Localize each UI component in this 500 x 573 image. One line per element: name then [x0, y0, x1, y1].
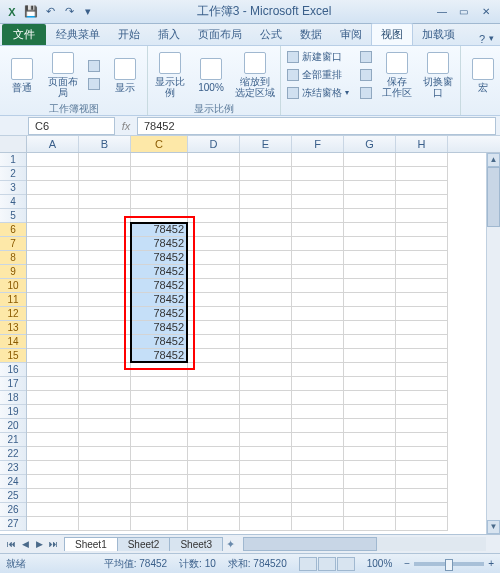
- cell-F12[interactable]: [292, 307, 344, 321]
- cell-B20[interactable]: [79, 419, 131, 433]
- cell-H5[interactable]: [396, 209, 448, 223]
- tab-经典菜单[interactable]: 经典菜单: [47, 24, 109, 45]
- cell-F24[interactable]: [292, 475, 344, 489]
- cell-F26[interactable]: [292, 503, 344, 517]
- cell-B19[interactable]: [79, 405, 131, 419]
- name-box[interactable]: C6: [28, 117, 115, 135]
- cell-B13[interactable]: [79, 321, 131, 335]
- cell-A12[interactable]: [27, 307, 79, 321]
- cell-A3[interactable]: [27, 181, 79, 195]
- cell-F22[interactable]: [292, 447, 344, 461]
- cell-D21[interactable]: [188, 433, 240, 447]
- cell-F14[interactable]: [292, 335, 344, 349]
- cell-C9[interactable]: 78452: [131, 265, 188, 279]
- cell-G2[interactable]: [344, 167, 396, 181]
- redo-icon[interactable]: ↷: [61, 4, 77, 20]
- cell-B8[interactable]: [79, 251, 131, 265]
- sheet-nav-first[interactable]: ⏮: [4, 539, 18, 549]
- cell-F25[interactable]: [292, 489, 344, 503]
- tab-审阅[interactable]: 审阅: [331, 24, 371, 45]
- cell-F6[interactable]: [292, 223, 344, 237]
- cell-G5[interactable]: [344, 209, 396, 223]
- cell-F19[interactable]: [292, 405, 344, 419]
- cell-F5[interactable]: [292, 209, 344, 223]
- cell-F8[interactable]: [292, 251, 344, 265]
- normal-view-button[interactable]: 普通: [3, 48, 41, 102]
- sheet-nav-prev[interactable]: ◀: [18, 539, 32, 549]
- minimize-ribbon-icon[interactable]: ▾: [489, 33, 494, 45]
- cell-F21[interactable]: [292, 433, 344, 447]
- cell-D12[interactable]: [188, 307, 240, 321]
- zoom-in-icon[interactable]: +: [488, 558, 494, 569]
- cell-E16[interactable]: [240, 363, 292, 377]
- col-header-B[interactable]: B: [79, 136, 131, 152]
- cell-C25[interactable]: [131, 489, 188, 503]
- cell-A8[interactable]: [27, 251, 79, 265]
- new-sheet-button[interactable]: ✦: [226, 538, 235, 551]
- cell-F7[interactable]: [292, 237, 344, 251]
- cell-D4[interactable]: [188, 195, 240, 209]
- cell-F13[interactable]: [292, 321, 344, 335]
- col-header-F[interactable]: F: [292, 136, 344, 152]
- cell-A18[interactable]: [27, 391, 79, 405]
- pagelayout-mode-button[interactable]: [318, 557, 336, 571]
- row-header-1[interactable]: 1: [0, 153, 26, 167]
- cell-E13[interactable]: [240, 321, 292, 335]
- cell-A24[interactable]: [27, 475, 79, 489]
- cell-A6[interactable]: [27, 223, 79, 237]
- cell-H13[interactable]: [396, 321, 448, 335]
- cell-B21[interactable]: [79, 433, 131, 447]
- cell-H20[interactable]: [396, 419, 448, 433]
- sheet-nav-last[interactable]: ⏭: [46, 539, 60, 549]
- cell-C7[interactable]: 78452: [131, 237, 188, 251]
- cell-E21[interactable]: [240, 433, 292, 447]
- cell-B22[interactable]: [79, 447, 131, 461]
- select-all-corner[interactable]: [0, 136, 27, 153]
- cell-C22[interactable]: [131, 447, 188, 461]
- cell-C6[interactable]: 78452: [131, 223, 188, 237]
- cell-F27[interactable]: [292, 517, 344, 531]
- cell-F17[interactable]: [292, 377, 344, 391]
- cell-G21[interactable]: [344, 433, 396, 447]
- cell-D27[interactable]: [188, 517, 240, 531]
- cell-A5[interactable]: [27, 209, 79, 223]
- cell-D3[interactable]: [188, 181, 240, 195]
- cell-H26[interactable]: [396, 503, 448, 517]
- cell-D6[interactable]: [188, 223, 240, 237]
- row-header-25[interactable]: 25: [0, 489, 26, 503]
- cell-B5[interactable]: [79, 209, 131, 223]
- cell-B24[interactable]: [79, 475, 131, 489]
- cell-B7[interactable]: [79, 237, 131, 251]
- row-header-23[interactable]: 23: [0, 461, 26, 475]
- cell-C3[interactable]: [131, 181, 188, 195]
- cell-B4[interactable]: [79, 195, 131, 209]
- col-header-H[interactable]: H: [396, 136, 448, 152]
- cell-H24[interactable]: [396, 475, 448, 489]
- cell-B15[interactable]: [79, 349, 131, 363]
- cell-H15[interactable]: [396, 349, 448, 363]
- cell-C11[interactable]: 78452: [131, 293, 188, 307]
- row-header-7[interactable]: 7: [0, 237, 26, 251]
- cell-E25[interactable]: [240, 489, 292, 503]
- col-header-C[interactable]: C: [131, 136, 188, 152]
- cell-H9[interactable]: [396, 265, 448, 279]
- cell-H1[interactable]: [396, 153, 448, 167]
- cell-B11[interactable]: [79, 293, 131, 307]
- row-header-4[interactable]: 4: [0, 195, 26, 209]
- cell-D23[interactable]: [188, 461, 240, 475]
- row-header-9[interactable]: 9: [0, 265, 26, 279]
- fx-icon[interactable]: fx: [118, 118, 134, 134]
- cell-F3[interactable]: [292, 181, 344, 195]
- row-header-6[interactable]: 6: [0, 223, 26, 237]
- cell-D14[interactable]: [188, 335, 240, 349]
- cell-D25[interactable]: [188, 489, 240, 503]
- formula-input[interactable]: 78452: [137, 117, 496, 135]
- cell-E26[interactable]: [240, 503, 292, 517]
- restore-button[interactable]: ▭: [454, 4, 474, 20]
- cell-E8[interactable]: [240, 251, 292, 265]
- page-layout-button[interactable]: 页面布局: [44, 48, 82, 102]
- cell-H21[interactable]: [396, 433, 448, 447]
- cell-G11[interactable]: [344, 293, 396, 307]
- cell-B26[interactable]: [79, 503, 131, 517]
- tab-公式[interactable]: 公式: [251, 24, 291, 45]
